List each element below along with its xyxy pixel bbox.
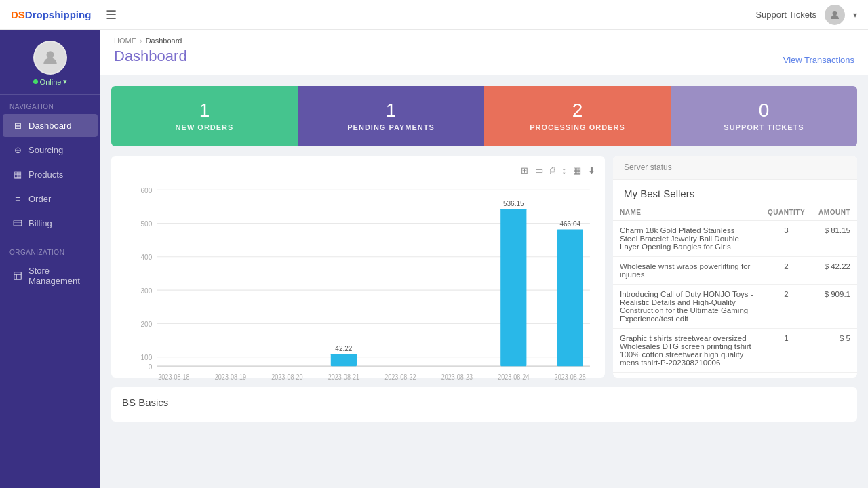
stat-card-support-tickets[interactable]: 0 SUPPORT TICKETS [671,86,857,146]
chart-toolbar: ⊞ ▭ ⎙ ↕ ▦ ⬇ [119,164,597,177]
product-name: Wholesale wrist wraps powerlifting for i… [613,257,761,285]
product-quantity: 2 [761,257,812,285]
sidebar-item-label: Billing [28,218,52,228]
page-header-left: HOME › Dashboard Dashboard [114,37,187,65]
svg-text:200: 200 [141,319,153,328]
product-amount: $ 909.1 [812,285,857,329]
dashboard-grid: ⊞ ▭ ⎙ ↕ ▦ ⬇ [111,156,857,378]
chart-btn-5[interactable]: ▦ [572,164,583,177]
table-row: Charm 18k Gold Plated Stainless Steel Br… [613,221,857,257]
sidebar: Online ▾ Navigation ⊞ Dashboard ⊕ Sourci… [0,30,100,488]
top-header: DSDropshipping ☰ Support Tickets ▾ [0,0,868,30]
svg-rect-2 [14,220,22,226]
product-amount: $ 5 [812,329,857,373]
svg-text:0: 0 [149,362,153,371]
page-header: HOME › Dashboard Dashboard View Transact… [100,30,868,75]
stat-card-processing-orders[interactable]: 2 PROCESSING ORDERS [484,86,671,146]
page-title: Dashboard [114,47,187,65]
stats-row: 1 NEW ORDERS 1 PENDING PAYMENTS 2 PROCES… [111,86,857,146]
svg-point-1 [47,51,54,58]
col-amount: AMOUNT [812,205,857,221]
order-icon: ≡ [12,193,23,204]
sidebar-item-sourcing[interactable]: ⊕ Sourcing [3,138,98,161]
hamburger-button[interactable]: ☰ [106,7,117,22]
sidebar-item-label: Products [28,169,63,180]
logo-ds: DS [11,9,25,20]
sidebar-status: Online ▾ [33,77,68,86]
chart-btn-4[interactable]: ↕ [561,164,568,177]
product-amount: $ 81.15 [812,221,857,257]
product-quantity: 1 [761,329,812,373]
svg-text:500: 500 [141,219,153,228]
chart-btn-1[interactable]: ⊞ [519,164,530,177]
product-name: Graphic t shirts streetwear oversized Wh… [613,329,761,373]
view-transactions-link[interactable]: View Transactions [783,55,854,65]
sellers-table: NAME QUANTITY AMOUNT Charm 18k Gold Plat… [613,205,857,373]
user-avatar[interactable] [825,5,845,25]
main-content: HOME › Dashboard Dashboard View Transact… [100,30,868,488]
stat-label-pending-payments: PENDING PAYMENTS [347,123,434,131]
svg-text:2023-08-23: 2023-08-23 [441,373,473,382]
sidebar-item-billing[interactable]: Billing [3,211,98,235]
svg-text:42.22: 42.22 [335,344,352,352]
stat-label-processing-orders: PROCESSING ORDERS [530,123,625,131]
table-row: Introducing Call of Duty HONJO Toys - Re… [613,285,857,329]
table-row: Wholesale wrist wraps powerlifting for i… [613,257,857,285]
svg-text:100: 100 [141,353,153,362]
server-status-bar: Server status [613,156,857,180]
bar-2023-08-21[interactable] [331,354,357,366]
stat-number-support-tickets: 0 [759,101,770,120]
breadcrumb: HOME › Dashboard [114,37,187,45]
table-row: Graphic t shirts streetwear oversized Wh… [613,329,857,373]
sidebar-item-label: Dashboard [28,121,72,131]
nav-section-label: Navigation [0,95,100,113]
svg-text:2023-08-21: 2023-08-21 [328,373,359,382]
svg-text:300: 300 [141,286,153,295]
stat-number-processing-orders: 2 [572,101,583,120]
products-icon: ▦ [12,169,23,180]
sidebar-item-order[interactable]: ≡ Order [3,187,98,210]
sidebar-avatar [33,41,67,75]
org-section-label: Organization [0,241,100,259]
svg-point-0 [833,11,837,16]
svg-text:2023-08-24: 2023-08-24 [498,373,530,382]
stat-number-pending-payments: 1 [386,101,397,120]
svg-text:2023-08-22: 2023-08-22 [384,373,416,382]
support-tickets-link[interactable]: Support Tickets [755,9,816,20]
billing-icon [12,218,23,228]
sidebar-item-products[interactable]: ▦ Products [3,163,98,186]
svg-text:536.15: 536.15 [503,199,524,207]
col-quantity: QUANTITY [761,205,812,221]
product-name: Introducing Call of Duty HONJO Toys - Re… [613,285,761,329]
logo-text: Dropshipping [25,9,92,20]
bar-2023-08-25[interactable] [557,229,583,366]
stat-card-pending-payments[interactable]: 1 PENDING PAYMENTS [298,86,484,146]
chart-card: ⊞ ▭ ⎙ ↕ ▦ ⬇ [111,156,605,378]
chart-btn-6[interactable]: ⬇ [587,164,597,177]
bar-2023-08-24[interactable] [500,209,526,366]
svg-text:400: 400 [141,253,153,262]
sidebar-item-store-management[interactable]: Store Management [3,260,98,292]
sourcing-icon: ⊕ [12,144,23,155]
logo-area: DSDropshipping ☰ [11,7,117,22]
sidebar-item-label: Sourcing [28,145,63,155]
svg-text:600: 600 [141,186,153,195]
user-dropdown-arrow[interactable]: ▾ [853,10,857,20]
status-dot [33,79,38,84]
stat-label-support-tickets: SUPPORT TICKETS [724,123,804,131]
chart-btn-2[interactable]: ▭ [534,164,545,177]
chart-btn-3[interactable]: ⎙ [549,164,557,177]
stat-number-new-orders: 1 [199,101,210,120]
sidebar-item-dashboard[interactable]: ⊞ Dashboard [3,114,98,137]
product-quantity: 3 [761,221,812,257]
col-name: NAME [613,205,761,221]
svg-text:2023-08-20: 2023-08-20 [271,373,302,382]
stat-label-new-orders: NEW ORDERS [176,123,234,131]
sellers-title: My Best Sellers [613,180,857,205]
bar-chart-svg: 600 500 400 300 200 100 0 2023-08-18 202… [119,182,597,388]
bs-basics-section: BS Basics [111,387,857,422]
svg-text:2023-08-19: 2023-08-19 [215,373,246,382]
stat-card-new-orders[interactable]: 1 NEW ORDERS [111,86,298,146]
sidebar-user: Online ▾ [0,30,100,95]
store-management-icon [12,270,23,281]
